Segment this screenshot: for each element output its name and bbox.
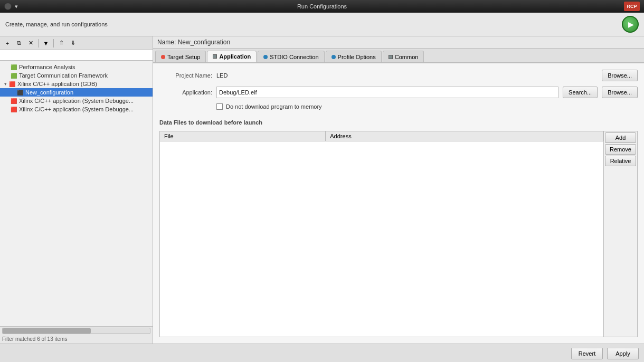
address-column-header: Address xyxy=(326,131,603,141)
common-dot xyxy=(389,55,393,59)
tree-item-system-debug-2-label: Xilinx C/C++ application (System Debugge… xyxy=(19,106,134,112)
collapse-arrow-gdb: ▾ xyxy=(4,81,7,87)
main-layout: + ⧉ ✕ ▼ ⇑ ⇓ 🟩 Performance Analysis 🟩 Tar… xyxy=(0,36,644,344)
header-subtitle: Create, manage, and run configurations xyxy=(5,21,108,27)
name-bar: Name: New_configuration xyxy=(153,36,644,49)
relative-button[interactable]: Relative xyxy=(605,156,636,166)
data-section-label: Data Files to download before launch xyxy=(159,119,638,126)
left-panel-tree: 🟩 Performance Analysis 🟩 Target Communic… xyxy=(0,61,153,326)
title-bar-controls: ▾ xyxy=(4,3,18,10)
tab-stdio-connection[interactable]: STDIO Connection xyxy=(258,51,324,62)
window-icon xyxy=(4,3,12,10)
checkbox-row: Do not download program to memory xyxy=(159,103,638,110)
tree-item-xilinx-gdb-label: Xilinx C/C++ application (GDB) xyxy=(17,81,97,87)
header-area: Create, manage, and run configurations xyxy=(0,13,644,36)
target-setup-dot xyxy=(161,55,165,59)
tab-common[interactable]: Common xyxy=(383,51,424,62)
tree-item-system-debug-1[interactable]: 🟥 Xilinx C/C++ application (System Debug… xyxy=(0,97,153,105)
tree-item-xilinx-gdb-group[interactable]: ▾ 🟥 Xilinx C/C++ application (GDB) xyxy=(0,80,153,88)
title-bar-badge: RCP xyxy=(624,2,640,11)
xilinx-gdb-icon: 🟥 xyxy=(9,81,15,87)
tabs-bar: Target Setup Application STDIO Connectio… xyxy=(153,49,644,63)
project-name-row: Project Name: LED Browse... xyxy=(159,70,638,81)
application-input[interactable] xyxy=(216,87,558,98)
table-action-buttons: Add Remove Relative xyxy=(603,131,637,337)
right-panel: Name: New_configuration Target Setup App… xyxy=(153,36,644,344)
tree-item-system-debug-2[interactable]: 🟥 Xilinx C/C++ application (System Debug… xyxy=(0,105,153,113)
tab-target-setup-label: Target Setup xyxy=(167,54,200,60)
tab-application-label: Application xyxy=(219,53,251,60)
stdio-dot xyxy=(263,55,268,59)
system-debug-2-icon: 🟥 xyxy=(11,107,17,112)
expand-all-button[interactable]: ⇓ xyxy=(68,38,78,49)
left-panel-footer: Filter matched 6 of 13 items xyxy=(0,326,153,344)
delete-config-button[interactable]: ✕ xyxy=(25,38,36,49)
left-panel: + ⧉ ✕ ▼ ⇑ ⇓ 🟩 Performance Analysis 🟩 Tar… xyxy=(0,36,153,344)
no-download-checkbox[interactable] xyxy=(216,103,223,110)
filter-input[interactable] xyxy=(0,50,153,61)
data-files-tbody xyxy=(160,141,603,337)
profile-dot xyxy=(332,55,336,59)
collapse-all-button[interactable]: ⇑ xyxy=(56,38,67,49)
tab-application[interactable]: Application xyxy=(207,51,257,62)
apply-button[interactable]: Apply xyxy=(607,348,639,359)
tab-profile-options[interactable]: Profile Options xyxy=(326,51,382,62)
duplicate-config-button[interactable]: ⧉ xyxy=(14,38,24,49)
tree-item-tcf[interactable]: 🟩 Target Communication Framework xyxy=(0,71,153,80)
title-bar: ▾ Run Configurations RCP xyxy=(0,0,644,13)
tree-item-performance[interactable]: 🟩 Performance Analysis xyxy=(0,63,153,71)
tcf-icon: 🟩 xyxy=(11,73,17,79)
tab-target-setup[interactable]: Target Setup xyxy=(155,51,206,62)
toolbar-sep1 xyxy=(38,39,39,47)
tab-common-label: Common xyxy=(395,54,419,60)
horizontal-scrollbar[interactable] xyxy=(2,328,150,334)
no-download-label: Do not download program to memory xyxy=(226,103,322,110)
tree-item-new-config-label: New_configuration xyxy=(25,89,73,96)
new-config-button[interactable]: + xyxy=(2,38,13,49)
bottom-bar: Revert Apply xyxy=(0,344,644,362)
name-value: New_configuration xyxy=(178,39,230,46)
tree-item-tcf-label: Target Communication Framework xyxy=(19,72,108,79)
application-row: Application: Search... Browse... xyxy=(159,87,638,98)
application-browse-button[interactable]: Browse... xyxy=(602,87,638,98)
system-debug-1-icon: 🟥 xyxy=(11,98,17,104)
left-toolbar: + ⧉ ✕ ▼ ⇑ ⇓ xyxy=(0,36,153,50)
name-label: Name: xyxy=(157,39,176,46)
filter-status: Filter matched 6 of 13 items xyxy=(2,336,67,342)
application-label: Application: xyxy=(159,89,212,96)
filter-button[interactable]: ▼ xyxy=(41,38,51,49)
tree-item-new-config[interactable]: ⬛ New_configuration xyxy=(0,88,153,97)
tab-content-application: Project Name: LED Browse... Application:… xyxy=(153,63,644,344)
window-menu-arrow[interactable]: ▾ xyxy=(15,3,18,10)
search-button[interactable]: Search... xyxy=(563,87,598,98)
performance-icon: 🟩 xyxy=(11,64,17,70)
run-green-button[interactable] xyxy=(622,16,639,33)
add-button[interactable]: Add xyxy=(605,132,636,143)
window-title: Run Configurations xyxy=(297,3,347,9)
project-browse-button[interactable]: Browse... xyxy=(602,70,638,81)
project-name-label: Project Name: xyxy=(159,72,212,79)
data-table-area: File Address Add Remove Relative xyxy=(159,131,638,337)
new-config-icon: ⬛ xyxy=(17,90,23,96)
project-name-value: LED xyxy=(216,72,598,79)
tree-item-performance-label: Performance Analysis xyxy=(19,64,75,70)
toolbar-sep2 xyxy=(53,39,54,47)
remove-button[interactable]: Remove xyxy=(605,144,636,155)
application-dot xyxy=(213,54,217,59)
tree-item-system-debug-1-label: Xilinx C/C++ application (System Debugge… xyxy=(19,98,134,104)
tab-profile-label: Profile Options xyxy=(338,54,376,60)
revert-button[interactable]: Revert xyxy=(571,348,603,359)
scrollbar-thumb xyxy=(3,328,91,334)
data-files-table: File Address xyxy=(160,131,603,337)
tab-stdio-label: STDIO Connection xyxy=(270,54,318,60)
file-column-header: File xyxy=(160,131,326,141)
